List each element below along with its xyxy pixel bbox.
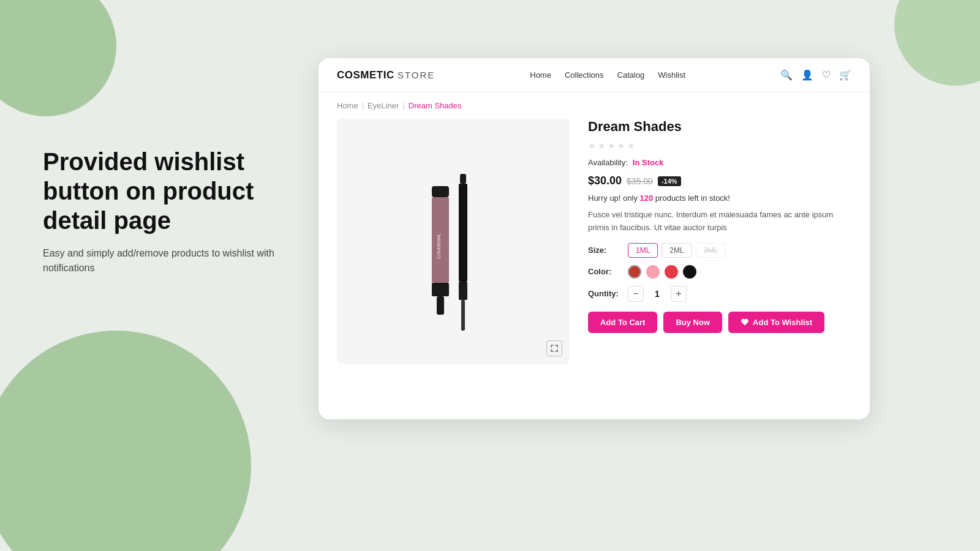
color-dot-1[interactable] xyxy=(628,265,641,279)
size-label: Size: xyxy=(588,246,622,255)
navbar-logo: COSMETIC STORE xyxy=(337,69,435,81)
quantity-value: 1 xyxy=(651,289,663,299)
action-buttons: Add To Cart Buy Now Add To Wishlist xyxy=(588,312,851,333)
bg-decoration-top-left xyxy=(0,0,116,116)
hurry-text: Hurry up! only 120 products left in stoc… xyxy=(588,193,851,203)
svg-rect-8 xyxy=(461,300,465,331)
left-panel-heading: Provided wishlist button on product deta… xyxy=(43,147,306,235)
browser-window: COSMETIC STORE Home Collections Catalog … xyxy=(318,58,870,419)
star-4: ★ xyxy=(617,141,625,151)
availability-label: Availability: xyxy=(588,158,628,167)
svg-rect-7 xyxy=(459,282,467,300)
quantity-row: Quntity: − 1 + xyxy=(588,286,851,302)
product-image: COVERGIRL xyxy=(413,149,493,333)
size-2ml[interactable]: 2ML xyxy=(662,243,692,258)
hurry-count: 120 xyxy=(640,193,654,203)
left-panel: Provided wishlist button on product deta… xyxy=(43,147,306,276)
product-title: Dream Shades xyxy=(588,119,851,135)
quantity-control: − 1 + xyxy=(628,286,687,302)
price-current: $30.00 xyxy=(588,174,622,187)
price-badge: -14% xyxy=(658,176,681,186)
breadcrumb-sep2: | xyxy=(402,101,404,110)
product-details: Dream Shades ★ ★ ★ ★ ★ Availability: In … xyxy=(588,119,851,364)
svg-rect-3 xyxy=(432,283,449,296)
size-3ml[interactable]: 3ML xyxy=(696,243,726,258)
navbar: COSMETIC STORE Home Collections Catalog … xyxy=(318,58,870,92)
price-row: $30.00 $35.00 -14% xyxy=(588,174,851,187)
star-rating: ★ ★ ★ ★ ★ xyxy=(588,141,851,151)
availability-value: In Stock xyxy=(633,158,664,167)
expand-icon[interactable] xyxy=(546,340,562,356)
heart-icon[interactable]: ♡ xyxy=(822,69,831,81)
quantity-increase[interactable]: + xyxy=(671,286,687,302)
bg-decoration-top-right xyxy=(894,0,980,86)
nav-home[interactable]: Home xyxy=(530,70,551,80)
navbar-links: Home Collections Catalog Wishlist xyxy=(530,70,685,80)
add-to-wishlist-button[interactable]: Add To Wishlist xyxy=(728,312,824,333)
nav-collections[interactable]: Collections xyxy=(565,70,604,80)
color-dot-3[interactable] xyxy=(665,265,678,279)
product-description: Fusce vel tristique nunc. Interdum et ma… xyxy=(588,209,851,234)
breadcrumb-home[interactable]: Home xyxy=(337,101,358,110)
color-label: Color: xyxy=(588,267,622,276)
nav-wishlist[interactable]: Wishlist xyxy=(658,70,685,80)
star-5: ★ xyxy=(627,141,635,151)
svg-rect-0 xyxy=(432,186,449,197)
breadcrumb-current: Dream Shades xyxy=(409,101,462,110)
nav-catalog[interactable]: Catalog xyxy=(617,70,645,80)
svg-rect-5 xyxy=(460,174,466,184)
color-options xyxy=(628,265,696,279)
wishlist-heart-icon xyxy=(741,318,749,326)
availability-row: Availability: In Stock xyxy=(588,158,851,167)
navbar-icon-group: 🔍 👤 ♡ 🛒 xyxy=(780,69,851,81)
search-icon[interactable]: 🔍 xyxy=(780,69,793,81)
svg-rect-4 xyxy=(437,296,444,315)
breadcrumb-eyeliner[interactable]: EyeLiner xyxy=(368,101,399,110)
quantity-label: Quntity: xyxy=(588,289,622,298)
price-original: $35.00 xyxy=(627,176,653,186)
breadcrumb-sep1: | xyxy=(362,101,364,110)
color-dot-4[interactable] xyxy=(683,265,696,279)
breadcrumb: Home | EyeLiner | Dream Shades xyxy=(318,92,870,119)
quantity-decrease[interactable]: − xyxy=(628,286,644,302)
product-area: COVERGIRL Dream Shades ★ ★ ★ xyxy=(318,119,870,376)
size-options: 1ML 2ML 3ML xyxy=(628,243,726,258)
product-image-container: COVERGIRL xyxy=(337,119,570,364)
color-option-row: Color: xyxy=(588,265,851,279)
svg-text:COVERGIRL: COVERGIRL xyxy=(437,233,441,258)
left-panel-subtext: Easy and simply add/remove products to w… xyxy=(43,246,306,276)
size-1ml[interactable]: 1ML xyxy=(628,243,658,258)
cart-icon[interactable]: 🛒 xyxy=(839,69,851,81)
star-1: ★ xyxy=(588,141,596,151)
add-to-cart-button[interactable]: Add To Cart xyxy=(588,312,657,333)
bg-decoration-bottom-left xyxy=(0,331,251,551)
size-option-row: Size: 1ML 2ML 3ML xyxy=(588,243,851,258)
buy-now-button[interactable]: Buy Now xyxy=(663,312,722,333)
star-2: ★ xyxy=(598,141,606,151)
star-3: ★ xyxy=(608,141,616,151)
color-dot-2[interactable] xyxy=(646,265,660,279)
user-icon[interactable]: 👤 xyxy=(801,69,813,81)
svg-rect-6 xyxy=(459,184,467,282)
